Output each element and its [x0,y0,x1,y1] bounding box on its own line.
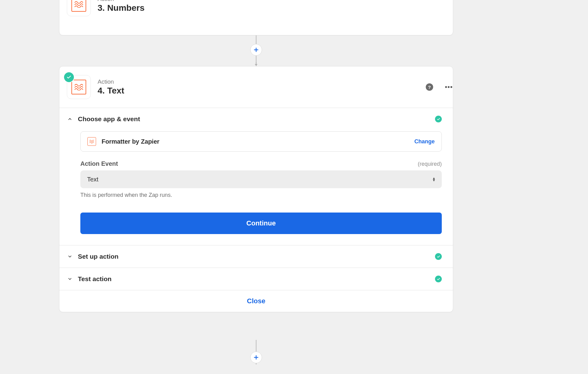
chevron-up-icon [67,116,73,122]
close-button[interactable]: Close [59,290,453,312]
change-app-link[interactable]: Change [414,138,435,145]
formatter-icon [71,80,86,94]
app-name: Formatter by Zapier [102,138,409,145]
select-value: Text [87,176,99,183]
formatter-icon [71,0,86,12]
section-test-action[interactable]: Test action [59,268,453,290]
more-options-icon[interactable]: ••• [445,83,453,91]
action-event-label: Action Event [80,160,118,167]
step-label: Action [98,78,124,85]
continue-button[interactable]: Continue [80,213,442,234]
section-complete-icon [435,116,442,122]
section-title: Test action [78,275,111,283]
action-event-select[interactable]: Text ▲▼ [80,170,442,188]
section-choose-app-event: Choose app & event Formatter by Zapier [59,108,453,245]
arrow-down-icon [254,62,259,66]
step-card-3[interactable]: Action 3. Numbers [59,0,453,35]
step-icon-wrap [67,0,91,16]
section-title: Set up action [78,253,119,260]
section-toggle[interactable]: Choose app & event [67,115,442,123]
add-step-button[interactable] [250,44,262,56]
chevron-down-icon [67,276,73,282]
section-title: Choose app & event [78,115,140,123]
step-label: Action [98,0,145,2]
select-caret-icon: ▲▼ [432,177,436,181]
chevron-down-icon [67,253,73,260]
section-setup-action[interactable]: Set up action [59,245,453,268]
required-label: (required) [418,161,442,167]
step-card-4: Action 4. Text ? ••• Choose app & event [59,66,453,312]
formatter-mini-icon [87,137,96,146]
help-icon[interactable]: ? [426,83,433,91]
selected-app-row: Formatter by Zapier Change [80,131,442,152]
step-icon-wrap [67,75,91,99]
check-badge-icon [64,72,74,82]
section-complete-icon [435,276,442,282]
section-complete-icon [435,253,442,260]
add-step-button[interactable] [250,352,262,363]
step-title: 3. Numbers [98,3,145,13]
step-title: 4. Text [98,86,124,96]
helper-text: This is performed when the Zap runs. [80,192,442,198]
